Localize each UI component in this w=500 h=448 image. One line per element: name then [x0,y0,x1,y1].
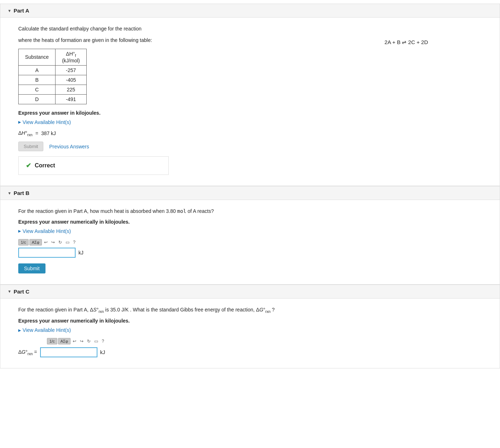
toolbar-layout-icon[interactable]: ▭ [93,338,100,344]
part-b-problem-text: For the reaction given in Part A, how mu… [18,207,482,215]
part-c-problem-text: For the reaction given in Part A, ΔS°rxn… [18,306,482,315]
correct-box: ✔ Correct [18,156,169,175]
part-a-submit-row: Submit Previous Answers [18,142,482,151]
page-wrapper: ▼ Part A 2A + B ⇌ 2C + 2D Calculate the … [0,0,500,372]
answer-value: 387 kJ [41,130,56,136]
formation-table: Substance ΔH°f(kJ/mol) A -257 B -405 [18,49,87,104]
toolbar-refresh-icon[interactable]: ↻ [86,338,92,344]
checkmark-icon: ✔ [26,162,31,170]
table-cell-substance: D [19,94,56,104]
equation-text: 2A + B ⇌ 2C + 2D [385,39,428,45]
part-b-input-row: kJ [18,248,482,258]
part-c-header: ▼ Part C [0,285,500,299]
part-a-title: Part A [14,8,29,14]
part-a-body: 2A + B ⇌ 2C + 2D Calculate the standard … [0,18,500,186]
table-cell-value: -491 [56,94,87,104]
toolbar-layout-icon[interactable]: ▭ [64,239,71,246]
part-c-view-hints[interactable]: ▶ View Available Hint(s) [18,327,482,333]
toolbar-refresh-icon[interactable]: ↻ [57,239,63,246]
toolbar-help-icon[interactable]: ? [72,239,77,246]
part-b-toolbar: 1/c AΣφ ↩ ↪ ↻ ▭ ? [18,239,482,246]
part-b-arrow: ▼ [8,191,11,195]
toolbar-undo-icon[interactable]: ↩ [43,239,49,246]
table-row: A -257 [19,65,87,75]
toolbar-btn-fraction[interactable]: 1/c [47,338,57,344]
part-c-answer-input[interactable] [40,347,97,357]
part-a-section: ▼ Part A 2A + B ⇌ 2C + 2D Calculate the … [0,4,500,186]
part-c-hints-label: View Available Hint(s) [23,327,71,333]
part-c-title: Part C [14,289,29,295]
answer-equals: = [35,130,38,136]
toolbar-redo-icon[interactable]: ↪ [50,239,56,246]
reaction-equation: 2A + B ⇌ 2C + 2D [385,39,428,46]
part-a-answer-line: ΔH°rxn = 387 kJ [18,130,482,137]
part-b-title: Part B [14,190,29,196]
part-c-body: For the reaction given in Part A, ΔS°rxn… [0,299,500,368]
table-row: D -491 [19,94,87,104]
part-b-unit: kJ [78,250,83,256]
part-b-answer-input[interactable] [18,248,76,258]
part-a-header: ▼ Part A [0,4,500,18]
part-a-previous-answers[interactable]: Previous Answers [49,144,89,149]
table-cell-substance: C [19,85,56,94]
part-b-view-hints[interactable]: ▶ View Available Hint(s) [18,228,482,234]
part-a-view-hints[interactable]: ▶ View Available Hint(s) [18,119,482,125]
toolbar-btn-symbol[interactable]: AΣφ [29,239,42,246]
toolbar-btn-fraction[interactable]: 1/c [18,239,29,246]
hint-arrow-icon: ▶ [18,120,21,124]
correct-label: Correct [35,162,55,169]
table-row: B -405 [19,75,87,85]
toolbar-redo-icon[interactable]: ↪ [78,338,85,344]
part-c-arrow: ▼ [8,289,11,294]
part-b-express-answer: Express your answer numerically in kiloj… [18,219,482,225]
part-c-section: ▼ Part C For the reaction given in Part … [0,285,500,369]
hint-arrow-icon: ▶ [18,229,21,233]
part-a-submit-button: Submit [18,142,43,151]
part-a-express-answer: Express your answer in kilojoules. [18,110,482,116]
table-cell-value: 225 [56,85,87,94]
table-cell-substance: B [19,75,56,85]
table-cell-value: -257 [56,65,87,75]
part-c-express-answer: Express your answer numerically in kiloj… [18,318,482,324]
toolbar-help-icon[interactable]: ? [100,338,106,344]
part-a-hints-label: View Available Hint(s) [23,119,71,125]
part-b-submit-button[interactable]: Submit [18,263,45,273]
part-a-arrow: ▼ [8,9,11,13]
toolbar-btn-symbol[interactable]: AΣφ [58,338,71,344]
table-col2-header: ΔH°f(kJ/mol) [56,49,87,65]
toolbar-undo-icon[interactable]: ↩ [71,338,78,344]
table-cell-substance: A [19,65,56,75]
hint-arrow-icon: ▶ [18,328,21,332]
part-b-hints-label: View Available Hint(s) [23,228,71,234]
part-c-eq-input-row: ΔG°rxn = kJ [18,347,482,357]
part-b-section: ▼ Part B For the reaction given in Part … [0,186,500,284]
part-c-eq-label: ΔG°rxn = [18,349,37,356]
table-cell-value: -405 [56,75,87,85]
part-b-header: ▼ Part B [0,186,500,200]
table-col1-header: Substance [19,49,56,65]
part-a-problem-line1: Calculate the standard enthalpy change f… [18,25,482,33]
part-c-unit: kJ [100,349,105,355]
table-row: C 225 [19,85,87,94]
answer-label: ΔH°rxn [18,130,33,137]
part-c-toolbar: 1/c AΣφ ↩ ↪ ↻ ▭ ? [47,338,482,344]
part-b-body: For the reaction given in Part A, how mu… [0,200,500,284]
